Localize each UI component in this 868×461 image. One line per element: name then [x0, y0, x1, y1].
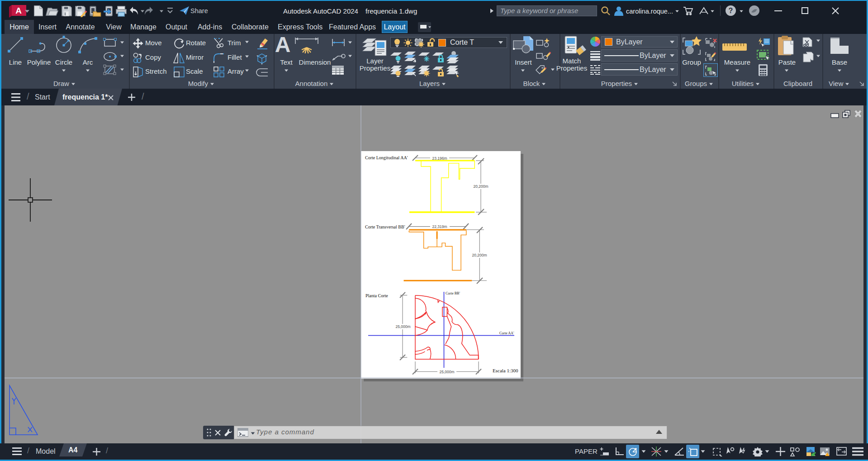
svg-text:Corte AA': Corte AA' — [499, 331, 514, 335]
svg-text:Planta Corte: Planta Corte — [365, 293, 388, 298]
svg-text:25,000m: 25,000m — [395, 324, 410, 329]
svg-text:A: A — [15, 6, 22, 15]
svg-text:20,200m: 20,200m — [472, 253, 487, 257]
svg-text:Corte BB': Corte BB' — [446, 291, 460, 295]
svg-text:25,000m: 25,000m — [439, 370, 454, 374]
svg-text:Corte Transversal BB': Corte Transversal BB' — [365, 224, 405, 229]
svg-text:Escala 1:300: Escala 1:300 — [493, 368, 518, 373]
svg-text:Corte Longitudinal AA': Corte Longitudinal AA' — [365, 155, 408, 160]
svg-text:22,319m: 22,319m — [432, 224, 447, 229]
svg-text:20,200m: 20,200m — [473, 184, 488, 189]
